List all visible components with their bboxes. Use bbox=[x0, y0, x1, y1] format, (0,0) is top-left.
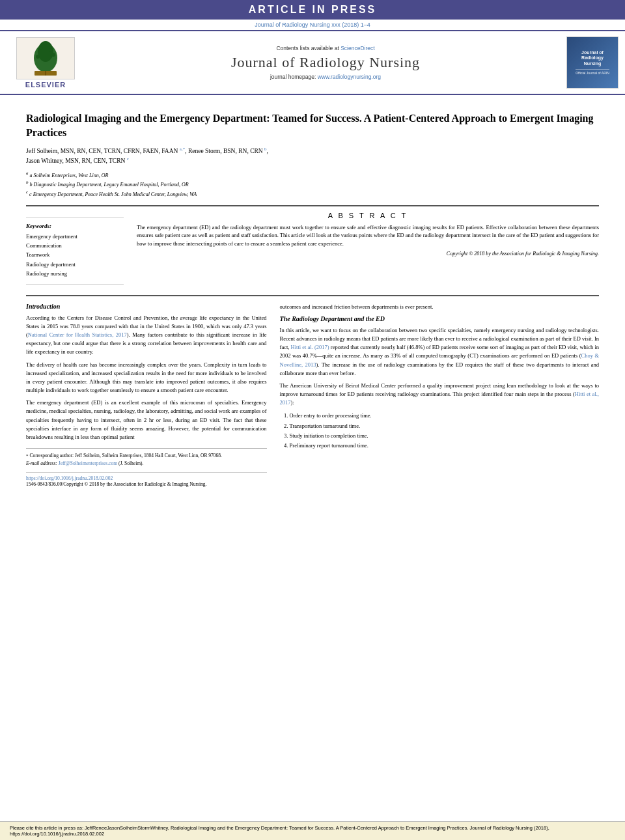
journal-title: Journal of Radiology Nursing bbox=[91, 54, 560, 71]
intro-para-3: The emergency department (ED) is an exce… bbox=[26, 399, 267, 441]
keyword-3: Teamwork bbox=[26, 250, 124, 259]
affiliation-c: c Emergency Department, Peace Health St.… bbox=[29, 191, 197, 197]
logo-subtitle: Official Journal of ARIN bbox=[576, 69, 609, 75]
footnote-email: E-mail address: Jeff@Solheimenterprises.… bbox=[26, 460, 267, 467]
intro-para-2: The delivery of health care has become i… bbox=[26, 361, 267, 395]
introduction-heading: Introduction bbox=[26, 303, 267, 310]
journal-homepage-line: journal homepage: www.radiologynursing.o… bbox=[91, 74, 560, 80]
banner-text: ARTICLE IN PRESS bbox=[249, 4, 376, 15]
body-columns: Introduction According to the Centers fo… bbox=[26, 303, 599, 487]
svg-point-4 bbox=[51, 53, 55, 57]
keywords-top-divider bbox=[26, 217, 124, 217]
authors-line: Jeff Solheim, MSN, RN, CEN, TCRN, CFRN, … bbox=[26, 146, 599, 166]
header-area: ELSEVIER Contents lists available at Sci… bbox=[0, 30, 625, 95]
abstract-title: A B S T R A C T bbox=[137, 212, 599, 219]
footnote-star-note: * Corresponding author: Jeff Solheim, So… bbox=[26, 452, 267, 460]
ref-choy-novelline[interactable]: Choy & Novelline, 2013 bbox=[280, 352, 599, 367]
radiology-ed-heading: The Radiology Department and the ED bbox=[280, 315, 599, 322]
svg-point-5 bbox=[39, 47, 42, 50]
divider-below-abstract bbox=[26, 295, 599, 296]
main-content: Radiological Imaging and the Emergency D… bbox=[0, 95, 625, 494]
affiliation-b: b Diagnostic Imaging Department, Legacy … bbox=[30, 182, 189, 188]
article-title: Radiological Imaging and the Emergency D… bbox=[26, 111, 599, 141]
keyword-2: Communication bbox=[26, 241, 124, 250]
issn-text: 1546-0843/836.00/Copyright © 2018 by the… bbox=[26, 481, 267, 487]
ref-hitti-2017-2[interactable]: Hitti et al., 2017 bbox=[280, 391, 599, 406]
elsevier-wordmark: ELSEVIER bbox=[25, 81, 66, 89]
intro-para-1: According to the Centers for Disease Con… bbox=[26, 314, 267, 357]
keywords-title: Keywords: bbox=[26, 223, 124, 229]
contents-available-line: Contents lists available at ScienceDirec… bbox=[91, 45, 560, 51]
elsevier-tree-image bbox=[16, 37, 75, 79]
abstract-copyright: Copyright © 2018 by the Association for … bbox=[137, 251, 599, 257]
logo-title: Journal ofRadiologyNursing bbox=[581, 50, 604, 66]
affiliation-a: a Solheim Enterprises, West Linn, OR bbox=[30, 172, 109, 178]
radiology-para-1: In this article, we want to focus on the… bbox=[280, 326, 599, 378]
citation-text: Please cite this article in press as: Je… bbox=[10, 825, 549, 837]
right-column: outcomes and increased friction between … bbox=[280, 303, 599, 487]
svg-point-3 bbox=[36, 55, 40, 59]
citation-bar: Please cite this article in press as: Je… bbox=[0, 821, 625, 840]
keywords-list: Emergency department Communication Teamw… bbox=[26, 232, 124, 279]
doi-link[interactable]: https://doi.org/10.1016/j.jradnu.2018.02… bbox=[26, 475, 113, 481]
right-intro-continuation: outcomes and increased friction between … bbox=[280, 303, 599, 311]
keywords-column: Keywords: Emergency department Communica… bbox=[26, 212, 124, 290]
radiology-nursing-logo: Journal ofRadiologyNursing Official Jour… bbox=[566, 36, 618, 89]
journal-subtitle-line: Journal of Radiology Nursing xxx (2018) … bbox=[0, 20, 625, 30]
list-item-4: Preliminary report turnaround time. bbox=[290, 441, 599, 451]
left-column: Introduction According to the Centers fo… bbox=[26, 303, 267, 487]
contents-text: Contents lists available at bbox=[276, 45, 340, 51]
ref-hitti-2017[interactable]: Hitti et al. (2017) bbox=[291, 344, 329, 350]
homepage-link[interactable]: www.radiologynursing.org bbox=[318, 74, 381, 80]
footnotes: * Corresponding author: Jeff Solheim, So… bbox=[26, 448, 267, 467]
doi-section: https://doi.org/10.1016/j.jradnu.2018.02… bbox=[26, 472, 267, 487]
list-item-1: Order entry to order processing time. bbox=[290, 411, 599, 421]
journal-subtitle-text: Journal of Radiology Nursing xxx (2018) … bbox=[255, 21, 370, 28]
abstract-column: A B S T R A C T The emergency department… bbox=[137, 212, 599, 290]
article-in-press-banner: ARTICLE IN PRESS bbox=[0, 0, 625, 20]
ref-link-nhcs[interactable]: National Center for Health Statistics, 2… bbox=[28, 331, 127, 338]
numbered-list: Order entry to order processing time. Tr… bbox=[290, 411, 599, 451]
list-item-2: Transportation turnaround time. bbox=[290, 421, 599, 431]
elsevier-logo: ELSEVIER bbox=[7, 37, 85, 89]
keyword-1: Emergency department bbox=[26, 232, 124, 241]
svg-point-6 bbox=[49, 49, 52, 52]
footnote-email-link[interactable]: Jeff@Solheimenterprises.com bbox=[59, 460, 117, 466]
abstract-text: The emergency department (ED) and the ra… bbox=[137, 223, 599, 248]
list-item-3: Study initiation to completion time. bbox=[290, 431, 599, 441]
keywords-bottom-divider bbox=[26, 284, 124, 285]
keyword-5: Radiology nursing bbox=[26, 269, 124, 278]
divider-after-affiliations bbox=[26, 205, 599, 206]
header-center: Contents lists available at ScienceDirec… bbox=[91, 45, 560, 80]
keyword-4: Radiology department bbox=[26, 260, 124, 269]
radiology-para-2: The American University of Beirut Medica… bbox=[280, 382, 599, 408]
sciencedirect-link[interactable]: ScienceDirect bbox=[340, 45, 374, 51]
abstract-section: Keywords: Emergency department Communica… bbox=[26, 212, 599, 290]
homepage-label: journal homepage: bbox=[270, 74, 318, 80]
affiliations: a a Solheim Enterprises, West Linn, OR b… bbox=[26, 170, 599, 199]
